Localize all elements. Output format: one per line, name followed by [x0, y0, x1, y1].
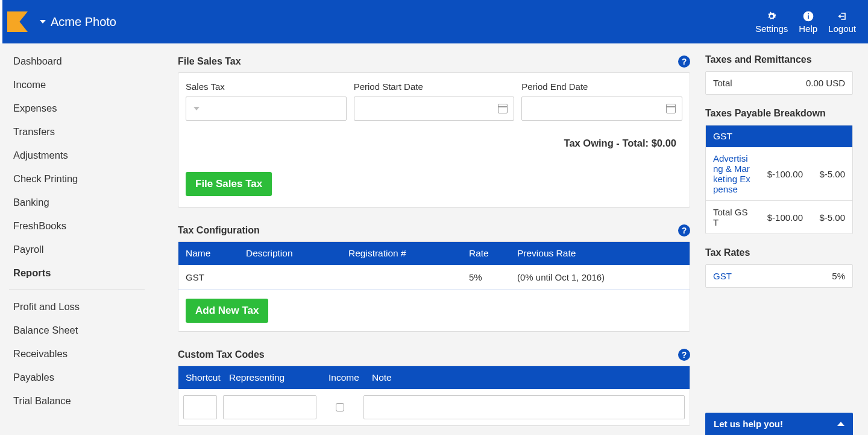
tax-config-table-header: Name Description Registration # Rate Pre… [178, 242, 690, 265]
nav-income[interactable]: Income [0, 73, 154, 97]
file-sales-tax-panel: Sales Tax Period Start Date Period End D… [178, 72, 690, 208]
td-previous: (0% until Oct 1, 2016) [517, 272, 682, 282]
tax-config-header: Tax Configuration ? [178, 224, 690, 237]
payable-total-label: Total GST [713, 201, 754, 233]
help-icon[interactable]: ? [678, 349, 690, 361]
help-banner-label: Let us help you! [714, 419, 783, 429]
period-end-input[interactable] [521, 97, 682, 121]
custom-tax-codes-panel: Shortcut Representing Income Note [178, 366, 690, 426]
main-content: File Sales Tax ? Sales Tax Period Start … [154, 43, 705, 435]
tax-rates-row: GST 5% [706, 265, 852, 287]
svg-rect-1 [808, 15, 809, 19]
tax-rate-value: 5% [832, 271, 845, 281]
nav-expenses[interactable]: Expenses [0, 97, 154, 120]
td-name: GST [186, 272, 246, 282]
payable-breakdown-tax-name: GST [706, 125, 852, 147]
payable-total-amt2: $-5.00 [803, 212, 845, 223]
file-sales-tax-title: File Sales Tax [178, 56, 241, 67]
ctc-note-input[interactable] [363, 395, 685, 419]
payable-breakdown-box: GST Advertising & Marketing Expense $-10… [705, 125, 853, 234]
payable-breakdown-row: Advertising & Marketing Expense $-100.00… [706, 147, 852, 200]
payable-row-amt1: $-100.00 [754, 169, 803, 179]
th-previous: Previous Rate [517, 248, 682, 259]
period-start-label: Period Start Date [354, 81, 515, 92]
logout-button[interactable]: Logout [828, 10, 856, 34]
caret-down-icon [193, 107, 200, 110]
nav-payroll[interactable]: Payroll [0, 238, 154, 261]
help-icon[interactable]: ? [678, 56, 690, 68]
td-rate: 5% [469, 272, 517, 282]
taxes-remittances-total-row: Total 0.00 USD [706, 72, 852, 94]
help-banner[interactable]: Let us help you! [705, 413, 853, 435]
tax-rate-name[interactable]: GST [713, 271, 732, 281]
period-end-label: Period End Date [521, 81, 682, 92]
help-label: Help [799, 24, 817, 34]
settings-button[interactable]: Settings [755, 10, 788, 34]
ctc-inputs-row [178, 389, 690, 425]
period-start-input[interactable] [354, 97, 515, 121]
payable-total-amt1: $-100.00 [754, 212, 803, 223]
nav-banking[interactable]: Banking [0, 191, 154, 214]
tax-config-table-row[interactable]: GST 5% (0% until Oct 1, 2016) [178, 265, 690, 290]
th-rate: Rate [469, 248, 517, 259]
svg-rect-2 [808, 13, 809, 14]
th-shortcut: Shortcut [186, 372, 229, 383]
th-description: Description [246, 248, 348, 259]
nav-profit-loss[interactable]: Profit and Loss [0, 295, 154, 319]
nav-transfers[interactable]: Transfers [0, 120, 154, 144]
custom-tax-codes-header: Custom Tax Codes ? [178, 349, 690, 361]
taxes-remittances-box: Total 0.00 USD [705, 71, 853, 95]
tax-owing-total: Tax Owing - Total: $0.00 [186, 138, 682, 149]
topbar-right: Settings Help Logout [755, 10, 856, 34]
taxes-remittances-title: Taxes and Remittances [705, 54, 853, 65]
th-name: Name [186, 248, 246, 259]
tax-config-title: Tax Configuration [178, 225, 260, 236]
total-label: Total [713, 78, 732, 88]
help-icon[interactable]: ? [678, 224, 690, 237]
nav-dashboard[interactable]: Dashboard [0, 49, 154, 73]
info-icon [802, 10, 814, 22]
custom-tax-codes-title: Custom Tax Codes [178, 349, 265, 360]
nav-receivables[interactable]: Receivables [0, 342, 154, 366]
sales-tax-label: Sales Tax [186, 81, 347, 92]
nav-check-printing[interactable]: Check Printing [0, 167, 154, 191]
right-column: Taxes and Remittances Total 0.00 USD Tax… [705, 43, 868, 435]
ctc-income-checkbox[interactable] [336, 403, 344, 411]
ctc-representing-input[interactable] [223, 395, 316, 419]
tax-rates-box: GST 5% [705, 264, 853, 288]
nav-trial-balance[interactable]: Trial Balance [0, 389, 154, 413]
th-registration: Registration # [348, 248, 469, 259]
file-sales-tax-header: File Sales Tax ? [178, 56, 690, 68]
nav-payables[interactable]: Payables [0, 366, 154, 389]
td-registration [348, 272, 469, 282]
help-button[interactable]: Help [799, 10, 817, 34]
ctc-shortcut-input[interactable] [183, 395, 217, 419]
nav-divider [9, 290, 145, 290]
tax-rates-title: Tax Rates [705, 247, 853, 258]
logo-stripe [0, 0, 2, 43]
total-value: 0.00 USD [806, 78, 845, 88]
calendar-icon [666, 104, 676, 113]
nav-balance-sheet[interactable]: Balance Sheet [0, 319, 154, 342]
logo-flag-icon [7, 11, 28, 32]
td-description [246, 272, 348, 282]
tax-config-panel: Name Description Registration # Rate Pre… [178, 241, 690, 332]
th-representing: Representing [229, 372, 329, 383]
nav-freshbooks[interactable]: FreshBooks [0, 214, 154, 238]
caret-down-icon [40, 20, 46, 24]
topbar-left: Acme Photo [0, 0, 116, 43]
logout-label: Logout [828, 24, 856, 34]
nav-section-reports: Reports [0, 261, 154, 285]
sidebar: Dashboard Income Expenses Transfers Adju… [0, 43, 154, 435]
payable-row-amt2: $-5.00 [803, 169, 845, 179]
file-sales-tax-button[interactable]: File Sales Tax [186, 172, 272, 196]
th-income: Income [329, 372, 372, 383]
add-new-tax-button[interactable]: Add New Tax [186, 299, 268, 323]
payable-breakdown-title: Taxes Payable Breakdown [705, 108, 853, 119]
org-selector[interactable]: Acme Photo [40, 15, 116, 29]
payable-row-name[interactable]: Advertising & Marketing Expense [713, 147, 754, 200]
chevron-up-icon [837, 422, 844, 426]
nav-adjustments[interactable]: Adjustments [0, 144, 154, 167]
sales-tax-select[interactable] [186, 97, 347, 121]
settings-label: Settings [755, 24, 788, 34]
